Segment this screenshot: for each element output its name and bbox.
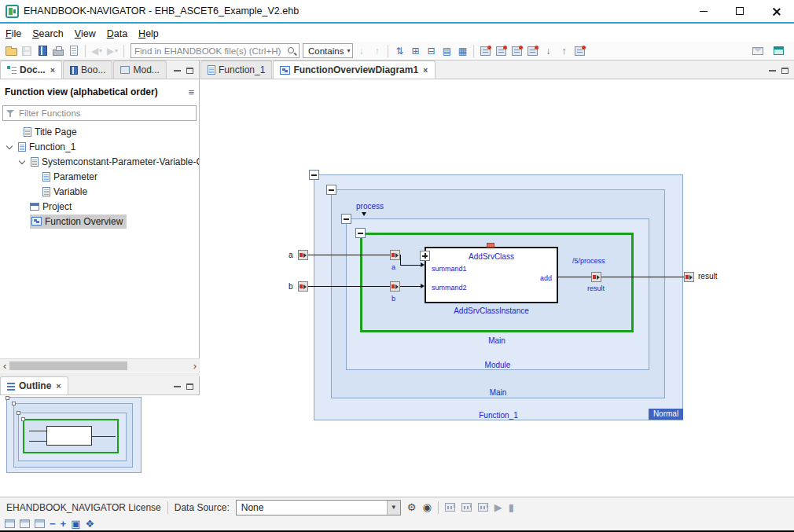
chevron-down-icon[interactable] — [17, 156, 28, 167]
chevron-down-icon[interactable]: ▼ — [387, 501, 400, 515]
tab-models[interactable]: Mod... — [113, 61, 166, 79]
tree-item-project[interactable]: Project — [0, 199, 199, 214]
minimize-view-icon[interactable] — [174, 386, 181, 387]
menu-file[interactable]: File — [0, 27, 27, 41]
close-icon[interactable]: × — [56, 381, 61, 391]
minimize-view-icon[interactable] — [769, 70, 776, 72]
maximize-view-icon[interactable] — [781, 68, 788, 74]
port-result-icon[interactable] — [684, 272, 694, 282]
forward-button[interactable]: ▶▾ — [105, 43, 120, 59]
inner-port-b-icon[interactable] — [390, 281, 400, 292]
find-next-button[interactable]: ↓ — [353, 43, 369, 59]
tree-item-parameter[interactable]: Parameter — [0, 169, 199, 184]
addsrvclass-block[interactable]: AddSrvClass summand1 summand2 add — [425, 247, 558, 303]
tree-item-label: Variable — [53, 186, 87, 197]
contains-value: Contains — [308, 46, 344, 56]
horizontal-scrollbar[interactable]: ‹ › — [0, 358, 200, 372]
open-file-button[interactable] — [3, 43, 19, 59]
grid-view-button[interactable]: ▦ — [454, 43, 470, 59]
tab-outline[interactable]: Outline × — [0, 376, 68, 394]
collapse-all-button[interactable]: ⊟ — [423, 43, 439, 59]
previous-marker-button[interactable]: ↑ — [556, 43, 572, 59]
zoom-in-icon[interactable]: + — [61, 519, 67, 529]
next-marker-button[interactable]: ↓ — [540, 43, 556, 59]
stop-icon[interactable]: ▮ — [509, 501, 514, 513]
datasource-dropdown[interactable]: None ▼ — [236, 500, 401, 515]
inner-port-result-icon[interactable] — [591, 272, 601, 282]
split-panel-icon[interactable] — [20, 519, 30, 528]
menu-data[interactable]: Data — [101, 27, 133, 41]
collapse-main-inner-button[interactable] — [355, 228, 366, 238]
fit-view-icon[interactable]: ❖ — [85, 519, 94, 529]
sync-hierarchy-button[interactable]: ⇅ — [391, 43, 407, 59]
tab-function-1[interactable]: Function_1 — [200, 61, 272, 79]
search-input[interactable] — [134, 46, 286, 56]
hierarchy-icon: ⇅ — [395, 46, 403, 56]
detach-panel-icon[interactable] — [35, 519, 45, 528]
close-icon[interactable]: × — [50, 65, 55, 75]
tree-item-title-page[interactable]: Title Page — [0, 124, 199, 139]
contains-dropdown[interactable]: Contains ▾ — [303, 43, 353, 58]
inner-port-b-label: b — [391, 295, 395, 303]
find-previous-button[interactable]: ↑ — [369, 43, 384, 59]
expand-all-icon: ⊞ — [411, 46, 419, 56]
maximize-icon — [736, 7, 744, 15]
port-a-icon[interactable] — [298, 250, 308, 260]
collapse-module-button[interactable] — [341, 214, 351, 224]
inner-port-a-icon[interactable] — [390, 250, 400, 260]
experiment-window-icon[interactable] — [445, 503, 455, 512]
settings-gear-icon[interactable]: ⚙ — [407, 501, 417, 513]
port-b-icon[interactable] — [298, 281, 308, 292]
tab-bookmarks[interactable]: Boo... — [63, 61, 112, 79]
tab-function-overview-diagram[interactable]: FunctionOverviewDiagram1 × — [273, 61, 435, 79]
signal-chart-icon[interactable] — [461, 503, 472, 512]
print-button[interactable] — [50, 43, 66, 59]
close-icon[interactable]: × — [423, 65, 428, 75]
show-in-diagram-button[interactable] — [493, 43, 509, 59]
maximize-view-icon[interactable] — [186, 68, 193, 74]
show-in-document-button[interactable] — [477, 43, 493, 59]
close-button[interactable] — [758, 0, 794, 22]
minimize-button[interactable] — [686, 0, 722, 22]
tab-documents[interactable]: Doc... × — [0, 61, 62, 79]
outline-thumbnail[interactable] — [6, 397, 142, 473]
tree-item-function-overview[interactable]: Function Overview — [0, 214, 199, 229]
visibility-eye-icon[interactable]: ◉ — [422, 501, 431, 513]
menu-search[interactable]: Search — [27, 27, 69, 41]
play-icon[interactable]: ▶ — [494, 501, 502, 513]
list-view-button[interactable]: ▤ — [439, 43, 454, 59]
scroll-right-icon[interactable]: › — [193, 360, 200, 372]
minimize-view-icon[interactable] — [174, 70, 181, 72]
show-in-model-button[interactable] — [509, 43, 524, 59]
report-button[interactable] — [66, 43, 82, 59]
library-button[interactable] — [35, 43, 50, 59]
diagram-canvas[interactable]: Function_1 Main Module Main process AddS… — [200, 79, 794, 497]
maximize-view-icon[interactable] — [186, 383, 193, 390]
zoom-out-icon[interactable]: − — [50, 519, 56, 529]
expand-block-button[interactable] — [420, 251, 430, 261]
tree-item-systemconstant[interactable]: Systemconstant-Parameter-Variable-C... — [0, 154, 199, 169]
collapse-main-outer-button[interactable] — [326, 185, 336, 195]
zoom-original-icon[interactable]: ▣ — [71, 519, 80, 529]
save-button[interactable] — [19, 43, 35, 59]
collapse-function-button[interactable] — [309, 170, 319, 180]
show-references-button[interactable] — [524, 43, 540, 59]
menu-help[interactable]: Help — [133, 27, 164, 41]
scrollbar-thumb[interactable] — [9, 361, 127, 370]
maximize-button[interactable] — [722, 0, 758, 22]
tree-item-variable[interactable]: Variable — [0, 184, 199, 199]
link-editor-button[interactable] — [572, 43, 587, 59]
scroll-left-icon[interactable]: ‹ — [0, 360, 6, 372]
view-menu-icon[interactable]: ≡ — [188, 86, 194, 98]
tree-item-function-1[interactable]: Function_1 — [0, 139, 199, 154]
chevron-down-icon[interactable] — [5, 141, 15, 152]
expand-all-button[interactable]: ⊞ — [407, 43, 423, 59]
console-panel-icon[interactable] — [5, 519, 15, 528]
back-button[interactable]: ◀▾ — [89, 43, 105, 59]
window-layout-button[interactable] — [750, 43, 766, 59]
menu-view[interactable]: View — [69, 27, 101, 41]
perspective-button[interactable] — [770, 43, 786, 59]
filter-input[interactable] — [19, 108, 193, 118]
table-chart-icon[interactable] — [478, 503, 488, 512]
search-icon[interactable] — [286, 46, 297, 57]
